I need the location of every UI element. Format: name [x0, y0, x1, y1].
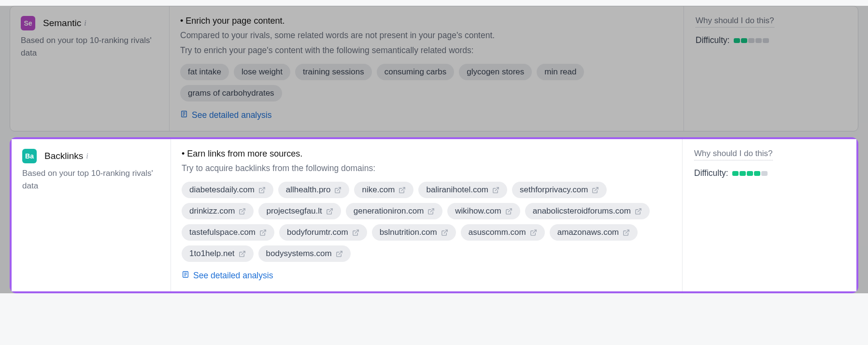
backlinks-badge: Ba — [22, 149, 37, 163]
info-icon[interactable]: i — [84, 19, 86, 27]
difficulty-meter — [732, 171, 768, 176]
svg-line-5 — [338, 187, 341, 191]
domain-chip[interactable]: diabetesdaily.com — [182, 182, 273, 198]
domain-chip[interactable]: drinkizz.com — [182, 203, 254, 219]
backlinks-difficulty: Difficulty: — [694, 168, 845, 178]
semantic-chips: fat intakelose weighttraining sessionsco… — [180, 64, 673, 101]
keyword-chip[interactable]: min read — [537, 64, 584, 80]
detail-link-label: See detailed analysis — [192, 110, 271, 120]
svg-line-15 — [355, 230, 358, 233]
document-icon — [182, 271, 189, 281]
keyword-chip[interactable]: grams of carbohydrates — [180, 85, 282, 101]
external-link-icon — [258, 187, 266, 194]
domain-chip-label: projectsegfau.lt — [266, 206, 322, 216]
domain-chip-label: sethforprivacy.com — [520, 185, 588, 195]
backlinks-chips: diabetesdaily.comallhealth.pronike.comba… — [182, 182, 671, 262]
external-link-icon — [441, 229, 448, 236]
semantic-subtitle: Based on your top 10-ranking rivals' dat… — [21, 34, 158, 59]
why-link[interactable]: Why should I do this? — [694, 149, 773, 160]
semantic-heading: • Enrich your page content. — [180, 16, 673, 26]
external-link-icon — [352, 229, 359, 236]
semantic-card: Se Semantic i Based on your top 10-ranki… — [10, 6, 858, 131]
domain-chip[interactable]: tastefulspace.com — [182, 224, 274, 241]
external-link-icon — [239, 250, 246, 258]
keyword-chip[interactable]: glycogen stores — [459, 64, 532, 80]
backlinks-desc-1: Try to acquire backlinks from the follow… — [182, 162, 671, 175]
info-icon[interactable]: i — [86, 152, 88, 160]
domain-chip[interactable]: amazonaws.com — [550, 224, 638, 241]
domain-chip[interactable]: bslnutrition.com — [372, 224, 456, 241]
domain-chip-label: diabetesdaily.com — [189, 185, 255, 195]
svg-line-4 — [261, 187, 265, 191]
domain-chip-label: baliranihotel.com — [426, 185, 488, 195]
difficulty-segment — [741, 38, 747, 43]
difficulty-meter — [734, 38, 769, 43]
domain-chip-label: asuscomm.com — [469, 228, 526, 237]
backlinks-detailed-analysis-link[interactable]: See detailed analysis — [182, 271, 273, 281]
domain-chip[interactable]: nike.com — [354, 182, 413, 198]
svg-line-13 — [638, 209, 641, 212]
domain-chip-label: wikihow.com — [455, 206, 501, 216]
domain-chip-label: anabolicsteroidforums.com — [533, 206, 631, 216]
svg-line-14 — [262, 230, 266, 233]
domain-chip[interactable]: sethforprivacy.com — [512, 182, 607, 198]
semantic-desc-2: Try to enrich your page's content with t… — [180, 44, 673, 57]
domain-chip[interactable]: anabolicsteroidforums.com — [525, 203, 650, 219]
difficulty-label: Difficulty: — [696, 35, 730, 45]
svg-line-6 — [402, 187, 405, 191]
domain-chip[interactable]: allhealth.pro — [278, 182, 350, 198]
domain-chip-label: drinkizz.com — [189, 206, 235, 216]
difficulty-segment — [748, 38, 754, 43]
domain-chip[interactable]: asuscomm.com — [461, 224, 545, 241]
backlinks-heading: • Earn links from more sources. — [182, 149, 671, 159]
external-link-icon — [635, 208, 642, 215]
domain-chip[interactable]: bodysystems.com — [258, 245, 351, 262]
svg-line-19 — [242, 251, 245, 255]
backlinks-card: Ba Backlinks i Based on your top 10-rank… — [10, 137, 858, 293]
domain-chip-label: amazonaws.com — [557, 228, 619, 237]
keyword-chip[interactable]: fat intake — [180, 64, 229, 80]
domain-chip[interactable]: 1to1help.net — [182, 245, 254, 262]
domain-chip[interactable]: bodyforumtr.com — [279, 224, 367, 241]
difficulty-segment — [740, 171, 746, 176]
difficulty-segment — [763, 38, 769, 43]
svg-line-7 — [495, 187, 498, 191]
svg-line-17 — [533, 230, 536, 233]
semantic-detailed-analysis-link[interactable]: See detailed analysis — [180, 110, 271, 120]
svg-line-18 — [626, 230, 629, 233]
semantic-difficulty: Difficulty: — [696, 35, 846, 45]
difficulty-segment — [734, 38, 740, 43]
domain-chip-label: allhealth.pro — [286, 185, 331, 195]
svg-line-9 — [242, 209, 245, 212]
domain-chip-label: bodysystems.com — [266, 249, 332, 259]
external-link-icon — [326, 208, 333, 215]
svg-line-10 — [329, 209, 332, 212]
external-link-icon — [398, 187, 406, 194]
domain-chip[interactable]: projectsegfau.lt — [258, 203, 341, 219]
external-link-icon — [492, 187, 499, 194]
domain-chip-label: nike.com — [362, 185, 395, 195]
domain-chip[interactable]: generationiron.com — [346, 203, 443, 219]
external-link-icon — [334, 187, 342, 194]
domain-chip[interactable]: baliranihotel.com — [418, 182, 507, 198]
external-link-icon — [505, 208, 512, 215]
semantic-desc-1: Compared to your rivals, some related wo… — [180, 29, 673, 42]
domain-chip-label: tastefulspace.com — [189, 228, 256, 237]
keyword-chip[interactable]: training sessions — [295, 64, 372, 80]
svg-line-12 — [508, 209, 512, 212]
difficulty-label: Difficulty: — [694, 168, 728, 178]
external-link-icon — [623, 229, 630, 236]
domain-chip-label: bslnutrition.com — [380, 228, 437, 237]
svg-line-16 — [444, 230, 447, 233]
external-link-icon — [592, 187, 599, 194]
keyword-chip[interactable]: lose weight — [234, 64, 290, 80]
keyword-chip[interactable]: consuming carbs — [377, 64, 455, 80]
difficulty-segment — [754, 171, 760, 176]
external-link-icon — [336, 250, 343, 258]
domain-chip-label: generationiron.com — [354, 206, 424, 216]
difficulty-segment — [755, 38, 762, 43]
domain-chip[interactable]: wikihow.com — [447, 203, 520, 219]
document-icon — [180, 110, 188, 120]
difficulty-segment — [747, 171, 753, 176]
why-link[interactable]: Why should I do this? — [696, 16, 774, 28]
